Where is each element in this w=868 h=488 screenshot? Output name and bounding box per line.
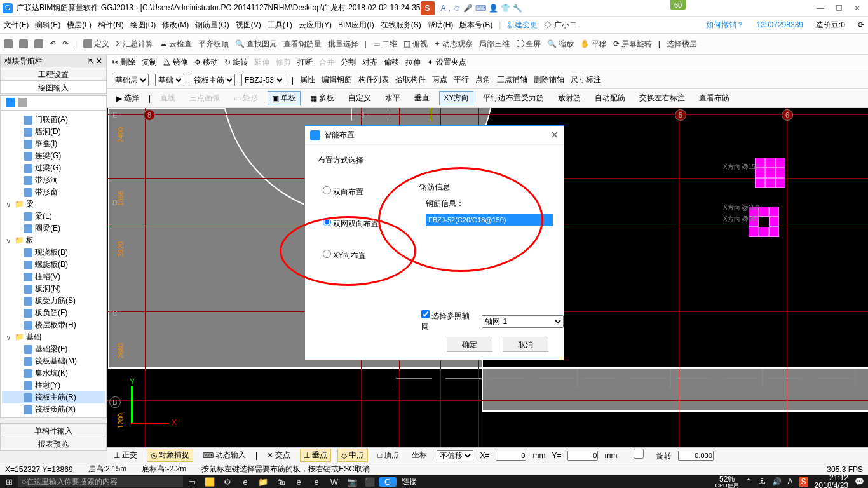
tb-cloud-check[interactable]: ☁ 云检查 — [159, 39, 192, 50]
edit-extend[interactable]: 延伸 — [254, 57, 269, 68]
edit-trim[interactable]: 修剪 — [276, 57, 291, 68]
menu-rebar[interactable]: 钢筋量(Q) — [195, 20, 229, 30]
edit-align[interactable]: 对齐 — [362, 57, 377, 68]
tb-zoom[interactable]: 🔍 缩放 — [547, 39, 574, 50]
tree-node[interactable]: 板洞(N) — [2, 283, 105, 295]
tray-up-icon[interactable]: ⌃ — [745, 477, 752, 486]
tray-ime-icon[interactable]: S — [799, 477, 808, 487]
sb-osnap[interactable]: ◎ 对象捕捉 — [147, 449, 193, 462]
tree-node[interactable]: 筏板基础(M) — [2, 355, 105, 367]
cpu-meter[interactable]: 52%CPU使用 — [715, 475, 739, 489]
menu-version[interactable]: 版本号(B) — [459, 20, 492, 30]
tab-single-input[interactable]: 单构件输入 — [0, 423, 107, 437]
tray-lang-icon[interactable]: A — [788, 477, 793, 486]
taskbar-link[interactable]: 链接 — [402, 477, 417, 487]
menu-draw[interactable]: 绘图(D) — [130, 20, 156, 30]
phone-number[interactable]: 13907298339 — [757, 20, 803, 29]
line-tool[interactable]: 直线 — [156, 91, 180, 105]
tree-node[interactable]: ∨ 📁 梁 — [2, 198, 105, 210]
angle-input[interactable] — [678, 451, 714, 461]
tb-open[interactable] — [19, 39, 28, 48]
tree-node[interactable]: 柱帽(V) — [2, 271, 105, 283]
edit-split[interactable]: 分割 — [341, 57, 356, 68]
menu-online[interactable]: 在线服务(S) — [381, 20, 421, 30]
tray-net-icon[interactable]: 🖧 — [758, 477, 766, 486]
tb-define[interactable]: 定义 — [83, 39, 109, 50]
offset-select[interactable]: 不偏移 — [437, 450, 473, 461]
ctx-dimension[interactable]: 尺寸标注 — [571, 74, 601, 85]
menu-bim[interactable]: BIM应用(I) — [338, 20, 374, 30]
ctx-three-point-aux[interactable]: 三点辅轴 — [497, 74, 527, 85]
taskbar-edge2[interactable]: e — [290, 477, 308, 487]
ctx-two-point[interactable]: 两点 — [432, 74, 447, 85]
component-tree[interactable]: 门联窗(A) 墙洞(D) 壁龛(I) 连梁(G) 过梁(G) 带形洞 带形窗∨ … — [0, 111, 107, 418]
tb-fullscreen[interactable]: ⛶ 全屏 — [516, 39, 541, 50]
taskbar-ggj[interactable]: G — [379, 477, 397, 487]
custom-tool[interactable]: 自定义 — [344, 91, 376, 105]
tb-undo[interactable]: ↶ — [50, 39, 56, 48]
ctx-edit-rebar[interactable]: 编辑钢筋 — [322, 74, 352, 85]
sb-ortho[interactable]: ⊥ 正交 — [111, 449, 140, 461]
refresh-icon[interactable]: ⟳ — [858, 20, 864, 29]
tree-node[interactable]: 独立基础(D) — [2, 416, 105, 418]
minimize-button[interactable]: — — [817, 4, 824, 13]
howto-undo-link[interactable]: 如何撤销？ — [706, 20, 744, 30]
tab-project-settings[interactable]: 工程设置 — [0, 67, 107, 81]
tree-node[interactable]: ∨ 📁 板 — [2, 234, 105, 247]
tree-node[interactable]: 柱墩(Y) — [2, 379, 105, 391]
sidebar-small-icons[interactable] — [0, 95, 107, 111]
rebar-block[interactable] — [775, 168, 785, 178]
tree-node[interactable]: 墙洞(D) — [2, 126, 105, 138]
ctx-component-list[interactable]: 构件列表 — [358, 74, 389, 85]
ime-toolbar-icons[interactable]: A,☺🎤⌨👤👕🔧 — [441, 4, 523, 13]
vertical-tool[interactable]: 垂直 — [410, 91, 434, 105]
tab-report-preview[interactable]: 报表预览 — [0, 437, 107, 451]
notification-badge[interactable]: 60 — [670, 0, 686, 10]
sogou-ime-icon[interactable]: S — [421, 1, 435, 15]
tree-node[interactable]: 过梁(G) — [2, 162, 105, 174]
rebar-block[interactable] — [765, 168, 775, 178]
cancel-button[interactable]: 取消 — [503, 337, 548, 352]
taskbar-app-2[interactable]: ⚙ — [219, 477, 236, 487]
sb-perpendicular[interactable]: ⊥ 垂点 — [300, 449, 331, 462]
menu-cloud[interactable]: 云应用(Y) — [299, 20, 332, 30]
tb-rotate-screen[interactable]: ⟳ 屏幕旋转 — [613, 39, 652, 50]
multi-slab-tool[interactable]: ▦ 多板 — [306, 91, 339, 105]
tb-sum[interactable]: Σ 汇总计算 — [116, 39, 153, 50]
ctx-props[interactable]: 属性 — [300, 74, 315, 85]
tb-save[interactable] — [34, 39, 43, 48]
rebar-block[interactable] — [775, 158, 785, 168]
rotate-check[interactable]: 旋转 — [623, 449, 671, 462]
type-select[interactable]: 筏板主筋 — [191, 74, 235, 86]
tb-2d[interactable]: ▭ 二维 — [373, 39, 397, 50]
sb-intersect[interactable]: ✕ 交点 — [264, 449, 294, 461]
taskbar-folder[interactable]: 📁 — [254, 477, 272, 487]
rebar-block[interactable] — [769, 227, 779, 237]
rebar-block[interactable] — [769, 207, 779, 217]
menu-component[interactable]: 构件(N) — [98, 20, 124, 30]
maximize-button[interactable]: ☐ — [836, 4, 843, 13]
menu-tool[interactable]: 工具(T) — [268, 20, 292, 30]
tree-node[interactable]: 筏板主筋(R) — [2, 391, 105, 403]
dialog-titlebar[interactable]: 智能布置 ✕ — [305, 126, 564, 145]
rebar-block[interactable] — [759, 227, 769, 237]
radio-xy[interactable]: XY向布置 — [323, 250, 551, 261]
tree-node[interactable]: 楼层板带(H) — [2, 319, 105, 331]
edit-stretch[interactable]: 拉伸 — [405, 57, 421, 68]
tree-node[interactable]: 壁龛(I) — [2, 138, 105, 150]
tree-node[interactable]: 连梁(G) — [2, 150, 105, 162]
taskbar-app-3[interactable]: 📷 — [343, 477, 361, 487]
ctx-pick[interactable]: 拾取构件 — [395, 74, 426, 85]
edit-offset[interactable]: 偏移 — [384, 57, 399, 68]
rebar-block[interactable] — [765, 158, 775, 168]
menu-help[interactable]: 帮助(H) — [428, 20, 454, 30]
single-slab-tool[interactable]: ▣ 单板 — [268, 91, 301, 105]
edit-delete[interactable]: ✂ 删除 — [112, 57, 135, 68]
level-select[interactable]: 基础层 — [112, 74, 149, 86]
tb-top-view[interactable]: ◫ 俯视 — [403, 39, 428, 50]
member-select[interactable]: FBZJ-53 — [241, 74, 285, 86]
menu-edit[interactable]: 编辑(E) — [35, 20, 60, 30]
rebar-block[interactable] — [759, 207, 769, 217]
tree-node[interactable]: ∨ 📁 基础 — [2, 331, 105, 343]
tb-batch-select[interactable]: 批量选择 — [328, 39, 358, 50]
